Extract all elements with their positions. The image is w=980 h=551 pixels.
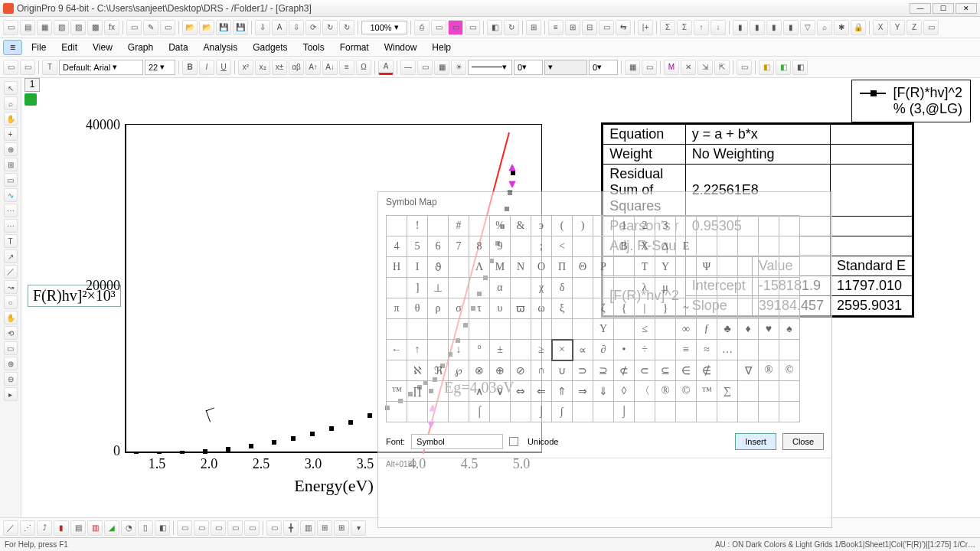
bar1-icon[interactable]: ▮ bbox=[733, 20, 748, 35]
box3d3-icon[interactable]: ◧ bbox=[792, 60, 808, 75]
symbol-cell[interactable]: ± bbox=[490, 340, 511, 360]
digitizer-icon[interactable]: ⊞ bbox=[526, 20, 541, 35]
sort-desc-icon[interactable]: ↓ bbox=[710, 20, 726, 35]
label-tool-icon[interactable]: ▭ bbox=[923, 20, 939, 35]
close-button[interactable]: ✕ bbox=[956, 3, 977, 14]
symbol-cell[interactable] bbox=[531, 319, 552, 340]
template3-icon[interactable]: ▭ bbox=[211, 520, 226, 536]
symbol-cell[interactable] bbox=[511, 236, 531, 257]
symbol-cell[interactable]: © bbox=[676, 381, 697, 402]
duplicate-icon[interactable]: ▭ bbox=[465, 20, 480, 35]
symbol-cell[interactable] bbox=[759, 216, 779, 236]
symbol-cell[interactable]: & bbox=[511, 216, 531, 236]
symbol-cell[interactable] bbox=[593, 278, 614, 298]
symbol-cell[interactable]: ⌠ bbox=[469, 402, 490, 422]
line-scatter-icon[interactable]: ⤴ bbox=[37, 520, 52, 536]
menu-view[interactable]: View bbox=[87, 41, 119, 54]
symbol-cell[interactable] bbox=[697, 216, 717, 236]
extract3-icon[interactable]: ⇱ bbox=[714, 60, 730, 75]
font-size-select[interactable]: 22 ▾ bbox=[145, 60, 175, 75]
symbol-cell[interactable]: ← bbox=[387, 340, 407, 360]
symbol-cell[interactable]: ∇ bbox=[738, 360, 759, 381]
region-icon[interactable]: ▭ bbox=[4, 173, 18, 187]
symbol-cell[interactable]: B bbox=[614, 236, 635, 257]
template2-icon[interactable]: ▭ bbox=[194, 520, 209, 536]
y-tool-icon[interactable]: Y bbox=[890, 20, 905, 35]
symbol-cell[interactable] bbox=[387, 319, 407, 340]
new-layout-icon[interactable]: ▭ bbox=[126, 20, 142, 35]
arrow-tool-icon[interactable]: ↗ bbox=[4, 249, 18, 263]
symbol-cell[interactable] bbox=[759, 381, 779, 402]
symbol-map-dialog[interactable]: Symbol Map !#%& э()123456789;<BX∆EHIϑΛMN… bbox=[377, 191, 832, 528]
light-icon[interactable]: ☀ bbox=[451, 60, 466, 75]
anti-alias-icon[interactable]: ▭ bbox=[20, 60, 35, 75]
symbol-cell[interactable] bbox=[469, 216, 490, 236]
stack-bar-icon[interactable]: ▥ bbox=[87, 520, 103, 536]
symbol-cell[interactable]: ∩ bbox=[531, 360, 552, 381]
symbol-cell[interactable]: × bbox=[552, 340, 573, 360]
unmask-icon[interactable]: ⋯ bbox=[4, 219, 18, 233]
symbol-cell[interactable]: μ bbox=[655, 278, 676, 298]
symbol-cell[interactable] bbox=[573, 278, 593, 298]
symbol-cell[interactable] bbox=[697, 298, 717, 319]
z-tool-icon[interactable]: Z bbox=[906, 20, 922, 35]
symbol-cell[interactable] bbox=[779, 216, 800, 236]
underline-icon[interactable]: U bbox=[216, 60, 231, 75]
symbol-cell[interactable] bbox=[779, 278, 800, 298]
swatch[interactable]: ▾ bbox=[544, 60, 587, 75]
new-color-icon[interactable]: ◧ bbox=[487, 20, 502, 35]
symbol-grid[interactable]: !#%& э()123456789;<BX∆EHIϑΛMNOΠΘPTYΨ]⊥αχ… bbox=[386, 215, 800, 422]
menu-analysis[interactable]: Analysis bbox=[198, 41, 244, 54]
symbol-cell[interactable]: υ bbox=[490, 298, 511, 319]
symbol-cell[interactable]: N bbox=[511, 257, 531, 278]
symbol-cell[interactable]: ⊘ bbox=[511, 360, 531, 381]
video-icon[interactable]: ▭ bbox=[448, 20, 463, 35]
font-color-icon[interactable]: A bbox=[378, 60, 394, 75]
box3d2-icon[interactable]: ◧ bbox=[776, 60, 791, 75]
grid-icon[interactable]: ▦ bbox=[625, 60, 640, 75]
symbol-cell[interactable] bbox=[779, 381, 800, 402]
import-multiple-icon[interactable]: ⇩ bbox=[289, 20, 304, 35]
symbol-cell[interactable] bbox=[717, 216, 738, 236]
symbol-cell[interactable]: δ bbox=[552, 278, 573, 298]
menu-window[interactable]: Window bbox=[378, 41, 423, 54]
symbol-cell[interactable] bbox=[407, 319, 428, 340]
text-tool-icon[interactable]: T bbox=[4, 234, 18, 248]
superscript-icon[interactable]: x² bbox=[238, 60, 253, 75]
symbol-cell[interactable] bbox=[449, 278, 469, 298]
extract2-icon[interactable]: ⇲ bbox=[697, 60, 713, 75]
column-plot-icon[interactable]: ▮ bbox=[54, 520, 69, 536]
symbol-cell[interactable]: % bbox=[490, 216, 511, 236]
symbol-cell[interactable]: ⊂ bbox=[635, 360, 655, 381]
menu-help[interactable]: Help bbox=[426, 41, 457, 54]
project-explorer-icon[interactable]: ⊞ bbox=[565, 20, 580, 35]
symbol-cell[interactable] bbox=[511, 402, 531, 422]
symbol-cell[interactable]: ⊆ bbox=[655, 360, 676, 381]
symbol-cell[interactable] bbox=[573, 298, 593, 319]
new-excel-icon[interactable]: ▧ bbox=[54, 20, 69, 35]
refresh-icon[interactable]: ↻ bbox=[504, 20, 519, 35]
symbol-cell[interactable]: < bbox=[552, 236, 573, 257]
symbol-cell[interactable]: ⇓ bbox=[593, 381, 614, 402]
symbol-cell[interactable]: ; bbox=[531, 236, 552, 257]
symbol-cell[interactable]: ⊗ bbox=[469, 360, 490, 381]
symbol-cell[interactable]: ( bbox=[552, 216, 573, 236]
save-template-icon[interactable]: 💾 bbox=[233, 20, 248, 35]
unicode-checkbox[interactable] bbox=[509, 437, 518, 446]
symbol-cell[interactable]: α bbox=[490, 278, 511, 298]
symbol-cell[interactable]: ® bbox=[655, 381, 676, 402]
symbol-cell[interactable] bbox=[717, 257, 738, 278]
grid2-icon[interactable]: ⊞ bbox=[334, 520, 349, 536]
symbol-cell[interactable]: ξ bbox=[552, 298, 573, 319]
curved-arrow-icon[interactable]: ↝ bbox=[4, 280, 18, 294]
new-function-icon[interactable]: fx bbox=[104, 20, 119, 35]
reimport-icon[interactable]: ↻ bbox=[322, 20, 338, 35]
menu-file[interactable]: File bbox=[25, 41, 52, 54]
area-plot-icon[interactable]: ◢ bbox=[104, 520, 119, 536]
symbol-cell[interactable] bbox=[614, 278, 635, 298]
symbol-cell[interactable] bbox=[717, 236, 738, 257]
symbol-cell[interactable]: { bbox=[614, 298, 635, 319]
symbol-cell[interactable]: ∨ bbox=[490, 381, 511, 402]
symbol-cell[interactable]: ! bbox=[407, 216, 428, 236]
symbol-cell[interactable] bbox=[490, 402, 511, 422]
